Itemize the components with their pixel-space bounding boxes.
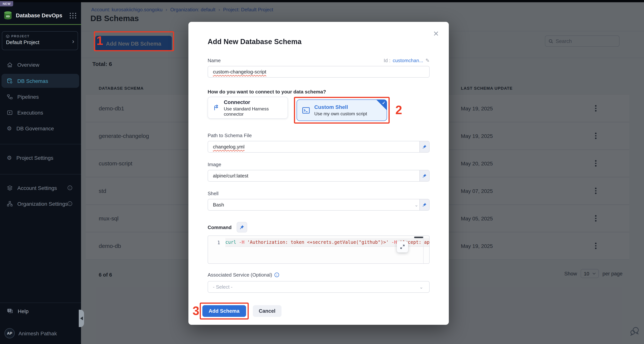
chevron-down-icon: ⌄ (420, 284, 423, 290)
custom-shell-desc: Use my own custom script (314, 111, 367, 116)
sidebar-item-overview[interactable]: Overview (2, 58, 79, 72)
name-input[interactable]: custom-changelog-script (208, 66, 430, 78)
divider (0, 24, 81, 25)
sidebar-item-organization-settings[interactable]: Organization Settings i (2, 197, 79, 210)
annotation-number-3: 3 (192, 304, 199, 318)
modal-title: Add New Database Schema (208, 22, 430, 46)
svg-text:i: i (70, 202, 70, 205)
sidebar-item-executions[interactable]: Executions (2, 106, 79, 120)
home-icon (7, 62, 13, 68)
id-value: customchan... (393, 58, 423, 63)
runtime-pin-icon[interactable] (420, 141, 429, 152)
project-name: Default Project (6, 40, 74, 45)
line-number: 1 (208, 238, 225, 247)
window-top-bar (0, 0, 644, 2)
cancel-button[interactable]: Cancel (253, 305, 282, 317)
custom-shell-title: Custom Shell (314, 104, 367, 110)
connector-title: Connector (224, 99, 282, 105)
expand-editor-button[interactable] (397, 241, 408, 252)
db-schema-icon (7, 78, 13, 84)
chevron-right-icon: › (72, 38, 74, 45)
command-label: Command (208, 224, 232, 230)
divider (0, 174, 81, 174)
connector-desc: Use standard Harness connector (224, 106, 282, 116)
command-editor[interactable]: 1 curl -H 'Authorization: token <+secret… (208, 236, 430, 264)
svg-text:i: i (70, 186, 70, 190)
sidebar-item-account-settings[interactable]: Account Settings i (2, 181, 79, 195)
user-menu[interactable]: AP Animesh Pathak (4, 328, 57, 338)
path-input[interactable]: changelog.yml (208, 141, 430, 152)
sidebar-item-project-settings[interactable]: ⚙ Project Settings (2, 151, 79, 165)
annotation-box-1 (94, 31, 174, 51)
runtime-pin-icon[interactable] (420, 199, 429, 210)
annotation-number-1: 1 (96, 34, 103, 48)
help-chat-icon: ? (7, 308, 13, 314)
product-name: Database DevOps (16, 12, 70, 18)
executions-icon (7, 110, 13, 116)
image-label: Image (208, 162, 430, 167)
chevron-down-icon: ⌄ (414, 202, 418, 208)
support-chat-icon[interactable] (630, 327, 640, 336)
name-label: Name (208, 58, 221, 63)
gear-icon: ⚙ (7, 126, 12, 131)
sidebar-collapse-handle[interactable] (79, 310, 84, 327)
id-label: Id : (384, 58, 390, 63)
org-hierarchy-icon (7, 201, 13, 207)
project-label: PROJECT (11, 34, 30, 38)
svg-text:∞: ∞ (6, 13, 10, 19)
runtime-pin-icon[interactable] (420, 170, 429, 181)
annotation-box-2: Custom Shell Use my own custom script ✓ … (294, 97, 390, 124)
sidebar-item-pipelines[interactable]: Pipelines (2, 90, 79, 104)
sidebar: ∞ Database DevOps PROJECT Default Projec… (0, 0, 81, 344)
shell-label: Shell (208, 191, 430, 196)
add-schema-button[interactable]: Add Schema (202, 305, 246, 317)
database-devops-logo-icon: ∞ (3, 10, 13, 20)
cube-icon (6, 34, 10, 38)
gear-icon: ⚙ (7, 155, 12, 160)
chevron-left-icon (80, 316, 83, 320)
sidebar-item-db-governance[interactable]: ⚙ DB Governance (2, 121, 79, 135)
avatar: AP (4, 328, 15, 338)
edit-id-icon[interactable]: ✎ (426, 58, 430, 63)
new-badge: NEW (0, 1, 14, 6)
info-icon: i (68, 201, 72, 206)
info-icon: i (68, 186, 72, 190)
editor-ruler (423, 236, 424, 263)
svg-text:i: i (276, 274, 277, 276)
svg-text:?: ? (9, 309, 10, 312)
connector-option-card[interactable]: Connector Use standard Harness connector (208, 97, 288, 119)
pipelines-icon (7, 94, 13, 100)
add-schema-modal: ✕ Add New Database Schema Name Id : cust… (188, 22, 449, 325)
associated-service-label: Associated Service (Optional) (208, 272, 272, 278)
runtime-pin-icon[interactable] (236, 222, 247, 232)
divider (0, 144, 81, 144)
terminal-icon (302, 106, 310, 114)
editor-scrollbar[interactable] (414, 236, 423, 238)
annotation-box-3: Add Schema (200, 302, 249, 320)
associated-service-select[interactable]: - Select - ⌄ (208, 281, 430, 293)
path-label: Path to Schema File (208, 133, 430, 138)
divider (0, 302, 81, 303)
info-icon: i (274, 272, 280, 277)
connector-icon (213, 104, 220, 112)
image-input[interactable]: alpine/curl:latest (208, 170, 430, 182)
layers-icon (7, 185, 13, 191)
annotation-number-2: 2 (395, 103, 402, 117)
help-button[interactable]: ? Help (7, 308, 29, 314)
app-grid-icon[interactable] (70, 12, 76, 18)
shell-select[interactable]: Bash ⌄ (208, 199, 430, 210)
custom-shell-option-card[interactable]: Custom Shell Use my own custom script ✓ (296, 100, 387, 121)
user-name: Animesh Pathak (18, 330, 57, 336)
project-selector[interactable]: PROJECT Default Project › (2, 31, 78, 50)
close-icon[interactable]: ✕ (433, 30, 439, 37)
sidebar-item-db-schemas[interactable]: DB Schemas (2, 74, 79, 88)
check-icon: ✓ (382, 100, 386, 106)
connect-question: How do you want to connect to your data … (208, 89, 430, 94)
